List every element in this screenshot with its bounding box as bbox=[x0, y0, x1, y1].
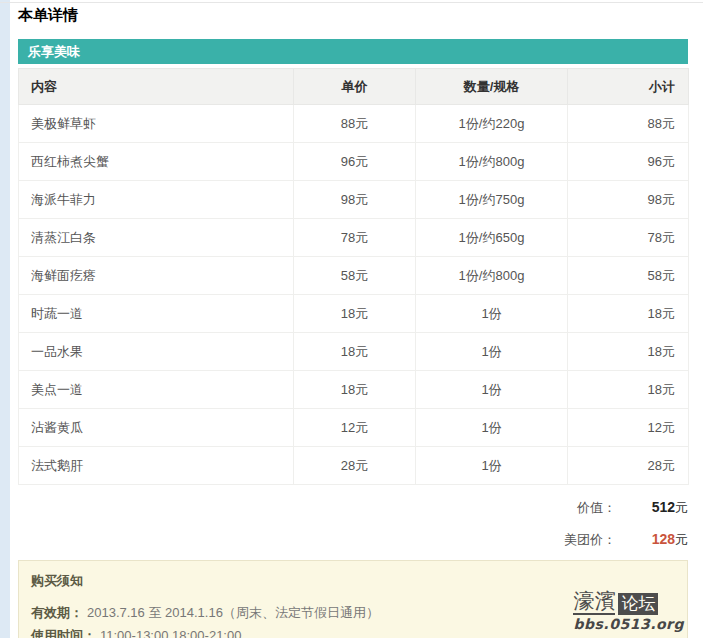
column-header-subtotal: 小计 bbox=[568, 69, 689, 105]
quantity-spec-cell: 1份 bbox=[416, 295, 568, 333]
subtotal-cell: 78元 bbox=[568, 219, 689, 257]
quantity-spec-cell: 1份/约650g bbox=[416, 219, 568, 257]
deal-price-line: 美团价：128元 bbox=[18, 523, 688, 555]
quantity-spec-cell: 1份/约800g bbox=[416, 257, 568, 295]
page-title: 本单详情 bbox=[18, 0, 688, 39]
usage-time-label: 使用时间： bbox=[31, 628, 96, 638]
deal-title-bar: 乐享美味 bbox=[18, 39, 688, 64]
unit-price-cell: 18元 bbox=[294, 333, 416, 371]
forum-watermark: 濠濱 论坛 bbs.0513.org bbox=[573, 590, 684, 632]
subtotal-cell: 18元 bbox=[568, 371, 689, 409]
original-value-unit: 元 bbox=[675, 500, 688, 515]
column-header-quantity-spec: 数量/规格 bbox=[416, 69, 568, 105]
subtotal-cell: 12元 bbox=[568, 409, 689, 447]
subtotal-cell: 98元 bbox=[568, 181, 689, 219]
unit-price-cell: 12元 bbox=[294, 409, 416, 447]
dish-name-cell: 时蔬一道 bbox=[19, 295, 294, 333]
subtotal-cell: 88元 bbox=[568, 105, 689, 143]
forum-name-text: 濠濱 bbox=[573, 590, 615, 615]
column-header-unit-price: 单价 bbox=[294, 69, 416, 105]
table-row: 清蒸江白条78元1份/约650g78元 bbox=[19, 219, 689, 257]
page-left-border bbox=[0, 0, 10, 638]
forum-url-text: bbs.0513.org bbox=[573, 616, 684, 632]
forum-watermark-logo: 濠濱 论坛 bbox=[573, 590, 684, 615]
unit-price-cell: 96元 bbox=[294, 143, 416, 181]
validity-value: 2013.7.16 至 2014.1.16（周末、法定节假日通用） bbox=[87, 605, 379, 620]
quantity-spec-cell: 1份/约220g bbox=[416, 105, 568, 143]
subtotal-cell: 96元 bbox=[568, 143, 689, 181]
table-row: 海派牛菲力98元1份/约750g98元 bbox=[19, 181, 689, 219]
dish-name-cell: 西红柿煮尖蟹 bbox=[19, 143, 294, 181]
unit-price-cell: 28元 bbox=[294, 447, 416, 485]
quantity-spec-cell: 1份 bbox=[416, 447, 568, 485]
table-row: 沾酱黄瓜12元1份12元 bbox=[19, 409, 689, 447]
quantity-spec-cell: 1份/约800g bbox=[416, 143, 568, 181]
dish-name-cell: 沾酱黄瓜 bbox=[19, 409, 294, 447]
unit-price-cell: 78元 bbox=[294, 219, 416, 257]
purchase-notice-box: 购买须知 有效期：2013.7.16 至 2014.1.16（周末、法定节假日通… bbox=[18, 560, 688, 638]
dish-name-cell: 一品水果 bbox=[19, 333, 294, 371]
original-value-line: 价值：512元 bbox=[18, 491, 688, 523]
dish-name-cell: 海派牛菲力 bbox=[19, 181, 294, 219]
purchase-notice-title: 购买须知 bbox=[31, 572, 675, 590]
dish-name-cell: 清蒸江白条 bbox=[19, 219, 294, 257]
quantity-spec-cell: 1份 bbox=[416, 333, 568, 371]
quantity-spec-cell: 1份 bbox=[416, 409, 568, 447]
subtotal-cell: 58元 bbox=[568, 257, 689, 295]
subtotal-cell: 18元 bbox=[568, 295, 689, 333]
usage-time-value: 11:00-13:00,18:00-21:00 bbox=[100, 628, 241, 638]
quantity-spec-cell: 1份/约750g bbox=[416, 181, 568, 219]
deal-price-unit: 元 bbox=[675, 532, 688, 547]
table-row: 美极鲜草虾88元1份/约220g88元 bbox=[19, 105, 689, 143]
original-value-label: 价值： bbox=[577, 500, 616, 515]
column-header-content: 内容 bbox=[19, 69, 294, 105]
dish-name-cell: 美点一道 bbox=[19, 371, 294, 409]
unit-price-cell: 18元 bbox=[294, 371, 416, 409]
original-value-number: 512 bbox=[652, 499, 675, 515]
table-row: 美点一道18元1份18元 bbox=[19, 371, 689, 409]
unit-price-cell: 18元 bbox=[294, 295, 416, 333]
deal-detail-panel: 本单详情 乐享美味 内容 单价 数量/规格 小计 美极鲜草虾88元1份/约220… bbox=[18, 0, 688, 638]
totals-section: 价值：512元 美团价：128元 bbox=[18, 491, 688, 555]
table-row: 一品水果18元1份18元 bbox=[19, 333, 689, 371]
table-row: 西红柿煮尖蟹96元1份/约800g96元 bbox=[19, 143, 689, 181]
dish-name-cell: 法式鹅肝 bbox=[19, 447, 294, 485]
deal-price-label: 美团价： bbox=[564, 532, 616, 547]
quantity-spec-cell: 1份 bbox=[416, 371, 568, 409]
subtotal-cell: 28元 bbox=[568, 447, 689, 485]
unit-price-cell: 58元 bbox=[294, 257, 416, 295]
subtotal-cell: 18元 bbox=[568, 333, 689, 371]
validity-label: 有效期： bbox=[31, 605, 83, 620]
deal-title-label: 乐享美味 bbox=[28, 44, 80, 59]
menu-table-header-row: 内容 单价 数量/规格 小计 bbox=[19, 69, 689, 105]
menu-table-body: 美极鲜草虾88元1份/约220g88元西红柿煮尖蟹96元1份/约800g96元海… bbox=[19, 105, 689, 485]
deal-price-number: 128 bbox=[652, 531, 675, 547]
unit-price-cell: 98元 bbox=[294, 181, 416, 219]
unit-price-cell: 88元 bbox=[294, 105, 416, 143]
dish-name-cell: 美极鲜草虾 bbox=[19, 105, 294, 143]
table-row: 法式鹅肝28元1份28元 bbox=[19, 447, 689, 485]
table-row: 海鲜面疙瘩58元1份/约800g58元 bbox=[19, 257, 689, 295]
dish-name-cell: 海鲜面疙瘩 bbox=[19, 257, 294, 295]
menu-table: 内容 单价 数量/规格 小计 美极鲜草虾88元1份/约220g88元西红柿煮尖蟹… bbox=[18, 68, 689, 485]
table-row: 时蔬一道18元1份18元 bbox=[19, 295, 689, 333]
forum-badge-text: 论坛 bbox=[618, 593, 658, 615]
